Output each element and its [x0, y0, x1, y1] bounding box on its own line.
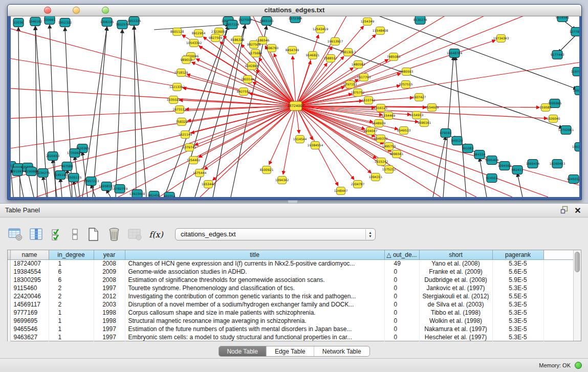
table-cell[interactable]: 2	[49, 300, 94, 309]
cited-publication-node[interactable]: 1094311	[369, 173, 383, 181]
cited-publication-node[interactable]: 1875752	[351, 89, 365, 97]
table-row[interactable]: 946554611997Estimation of the future num…	[8, 325, 574, 333]
cited-publication-node[interactable]: 1617793	[357, 74, 371, 81]
cited-publication-node[interactable]: 9242848	[245, 62, 259, 70]
cited-publication-node[interactable]: 1675444	[193, 169, 207, 177]
publication-node[interactable]: 1197858	[571, 68, 579, 76]
table-row[interactable]: 977716911998Corpus callosum shape and si…	[8, 309, 574, 317]
table-row[interactable]: 1456911722003Disruption of a novel membe…	[8, 300, 574, 309]
table-row[interactable]: 2242004622012Investigating the contribut…	[8, 292, 574, 300]
table-cell[interactable]: 2008	[94, 259, 125, 268]
cited-publication-node[interactable]: 989010	[181, 56, 192, 64]
table-cell[interactable]: 6	[49, 268, 94, 276]
table-cell[interactable]: 9699695	[10, 317, 49, 325]
cited-publication-node[interactable]: 159585	[540, 104, 552, 112]
publication-node[interactable]: 9518581	[556, 16, 570, 22]
table-cell[interactable]: Estimation of significance thresholds fo…	[125, 276, 384, 284]
column-header-in_degree[interactable]: in_degree	[49, 250, 94, 259]
cited-publication-node[interactable]: 758323	[176, 118, 188, 126]
cited-publication-node[interactable]: 1154469	[382, 112, 396, 120]
table-row[interactable]: 911546021997Tourette syndrome. Phenomeno…	[8, 284, 574, 292]
cited-publication-node[interactable]: 7485083	[387, 53, 401, 61]
table-cell[interactable]: 9777169	[10, 309, 49, 317]
table-cell[interactable]: 14569117	[10, 300, 49, 309]
cited-publication-node[interactable]: 1495759	[382, 143, 396, 150]
table-cell[interactable]: 9465546	[10, 325, 49, 333]
cited-publication-node[interactable]: 1175212	[382, 166, 396, 173]
table-cell[interactable]: 0	[384, 317, 419, 325]
table-cell[interactable]: 5.3E-5	[492, 284, 543, 292]
publication-node[interactable]: 1952322	[58, 18, 72, 27]
publication-node[interactable]: 1145194	[54, 171, 68, 180]
table-cell[interactable]: 5.3E-5	[492, 317, 543, 325]
publication-node[interactable]: 991083	[462, 144, 474, 153]
publication-node[interactable]: 1277858	[570, 28, 579, 36]
publication-node[interactable]: 12505135	[66, 173, 82, 182]
table-cell[interactable]: 2012	[94, 292, 125, 300]
cited-publication-node[interactable]: 2204787	[351, 181, 365, 188]
publication-node[interactable]: 984334	[474, 150, 486, 159]
cited-publication-node[interactable]: 9154609	[425, 104, 439, 112]
table-cell[interactable]: 19384554	[10, 268, 49, 276]
publication-node[interactable]: 982450	[148, 191, 160, 198]
table-selector-dropdown[interactable]: citations_edges.txt▲▼	[175, 228, 376, 240]
publication-node[interactable]: 1527002	[238, 16, 252, 25]
table-cell[interactable]: 0	[384, 309, 419, 317]
cited-publication-node[interactable]: 1035022	[167, 96, 181, 104]
table-cell[interactable]: Corpus callosum shape and size in male p…	[125, 309, 384, 317]
float-window-icon[interactable]	[559, 206, 570, 216]
publication-node[interactable]: 7957224	[226, 20, 239, 29]
column-chooser-icon[interactable]	[29, 227, 43, 242]
tab-node-table[interactable]: Node Table	[219, 346, 267, 356]
publication-node[interactable]: 1593585	[573, 86, 579, 95]
vertical-scrollbar[interactable]	[573, 250, 581, 341]
cited-publication-node[interactable]: 1610742	[362, 97, 376, 104]
publication-node[interactable]: 22036	[13, 18, 24, 27]
table-cell[interactable]: 1998	[94, 317, 125, 325]
table-cell[interactable]: 2	[49, 292, 94, 300]
table-cell[interactable]: Hescheler et al. (1997)	[419, 333, 492, 341]
table-cell[interactable]: 0	[384, 284, 419, 292]
table-cell[interactable]: Embryonic stem cells: a model to study s…	[125, 333, 384, 341]
table-cell[interactable]: 0	[384, 333, 419, 341]
table-cell[interactable]: 5.3E-5	[492, 300, 543, 309]
cited-publication-node[interactable]: 9696161	[418, 119, 431, 127]
table-cell[interactable]: 1997	[94, 284, 125, 292]
network-window-titlebar[interactable]: citations_edges.txt	[8, 5, 581, 16]
table-cell[interactable]: 9463627	[10, 333, 49, 341]
publication-node[interactable]: 1572304	[289, 16, 302, 23]
table-cell[interactable]: 1	[49, 317, 94, 325]
tab-network-table[interactable]: Network Table	[314, 346, 369, 356]
table-cell[interactable]: de Silva et al. (2003)	[419, 300, 492, 309]
table-cell[interactable]: 5.3E-5	[492, 325, 543, 333]
table-cell[interactable]: Nakamura et al. (1997)	[419, 325, 492, 333]
publication-node[interactable]: 1306195	[100, 18, 114, 27]
table-cell[interactable]: 0	[384, 325, 419, 333]
cited-publication-node[interactable]: 19734343	[493, 35, 509, 42]
table-cell[interactable]: 2	[49, 284, 94, 292]
column-header-pagerank[interactable]: pagerank	[492, 250, 543, 259]
table-row[interactable]: 946362711997Embryonic stem cells: a mode…	[8, 333, 574, 341]
table-cell[interactable]: Disruption of a novel member of a sodium…	[125, 300, 384, 309]
cited-publication-node[interactable]: 1607427	[412, 94, 426, 101]
cited-publication-node[interactable]: 11548408	[373, 27, 388, 35]
network-canvas[interactable]: 2203610461623309911952322130619578025741…	[11, 16, 579, 197]
cited-publication-node[interactable]: 8757515	[399, 81, 413, 89]
publication-node[interactable]: 1095404	[485, 156, 499, 165]
select-all-icon[interactable]	[50, 227, 64, 242]
publication-node[interactable]: 989354	[164, 192, 176, 198]
cited-publication-node[interactable]: 1621149	[179, 131, 192, 139]
table-cell[interactable]: 5.5E-5	[492, 292, 543, 300]
deselect-rows-icon[interactable]	[71, 227, 79, 242]
table-cell[interactable]: Tibbo et al. (1998)	[419, 309, 492, 317]
column-header-out_de[interactable]: △ out_de...	[384, 250, 419, 259]
cited-publication-node[interactable]: 9146821	[306, 52, 320, 59]
cited-publication-node[interactable]: 1797153	[343, 81, 357, 89]
table-cell[interactable]: 1	[49, 309, 94, 317]
cited-publication-node[interactable]: 8096561	[390, 150, 404, 158]
table-cell[interactable]: 18724007	[10, 259, 49, 268]
table-cell[interactable]: 2003	[94, 300, 125, 309]
publication-node[interactable]: 12702961	[558, 126, 574, 135]
publication-node[interactable]: 391591	[12, 167, 24, 176]
cited-publication-node[interactable]: 1588517	[324, 55, 338, 62]
